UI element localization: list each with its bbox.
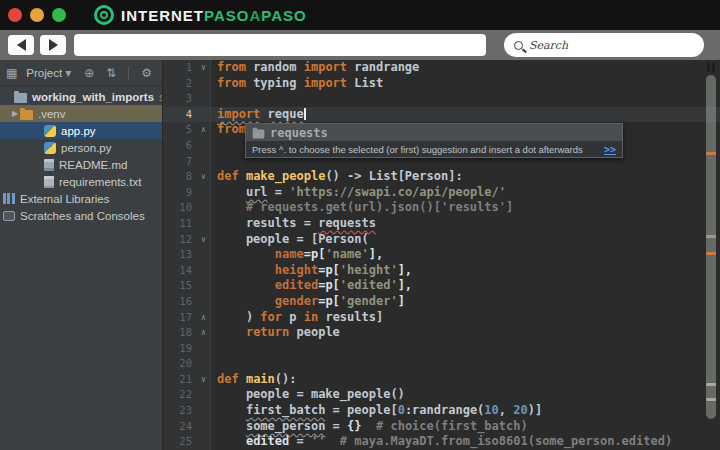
expand-arrow-icon[interactable]: ▶ (10, 109, 20, 118)
tree-item-requirements-txt[interactable]: requirements.txt (0, 173, 162, 190)
tree-item-person-py[interactable]: person.py (0, 139, 162, 156)
fold-gutter (197, 247, 211, 263)
editor-line[interactable]: 24 some_person = {} # choice(first_batch… (163, 419, 720, 435)
editor-line[interactable]: 12∨ people = [Person( (163, 232, 720, 248)
editor-line[interactable]: 11 results = requests (163, 216, 720, 232)
autocomplete-hint-bar: Press ^. to choose the selected (or firs… (246, 141, 622, 157)
tree-item-external-libraries[interactable]: External Libraries (0, 190, 162, 207)
editor-line[interactable]: 1∨from random import randrange (163, 60, 720, 76)
error-stripe-toggle-icon[interactable] (707, 63, 715, 72)
code-text: people = [Person( (211, 232, 720, 248)
fold-collapse-icon[interactable]: ∨ (197, 232, 211, 248)
fold-gutter (197, 341, 211, 357)
fold-gutter (197, 294, 211, 310)
fold-gutter (197, 107, 211, 123)
back-button[interactable] (8, 35, 34, 55)
tree-item-suffix: sou (159, 91, 162, 103)
folder-icon (14, 93, 27, 103)
lib-icon (3, 193, 15, 204)
folder-orange-icon (20, 110, 33, 120)
editor-line[interactable]: 14 height=p['height'], (163, 263, 720, 279)
tree-item-label: README.md (59, 159, 127, 171)
hint-more-link[interactable]: >> (604, 144, 616, 155)
python-icon (44, 125, 56, 137)
tree-item-working-with-imports[interactable]: working_with_importssou (0, 88, 162, 105)
code-text: people = make_people() (211, 387, 720, 403)
line-number: 8 (163, 169, 197, 185)
forward-arrow-icon (49, 39, 58, 51)
code-editor[interactable]: 1∨from random import randrange2from typi… (163, 60, 720, 450)
error-stripe-mark[interactable] (706, 152, 716, 155)
fold-expand-icon[interactable]: ∧ (197, 325, 211, 341)
close-window-button[interactable] (8, 8, 22, 22)
editor-line[interactable]: 9 url = 'https://swapi.co/api/people/' (163, 185, 720, 201)
fold-collapse-icon[interactable]: ∨ (197, 60, 211, 76)
line-number: 12 (163, 232, 197, 248)
editor-line[interactable]: 17∧ ) for p in results] (163, 310, 720, 326)
project-panel-title[interactable]: Project▾ (26, 66, 71, 80)
tree-item--venv[interactable]: ▶.venv (0, 105, 162, 122)
logo-text: INTERNETPASOAPASO (121, 7, 307, 24)
fold-gutter (197, 356, 211, 372)
forward-button[interactable] (40, 35, 66, 55)
search-field[interactable]: Search (504, 33, 704, 57)
line-number: 10 (163, 200, 197, 216)
code-text: name=p['name'], (211, 247, 720, 263)
error-stripe-mark[interactable] (706, 398, 716, 401)
fold-gutter (197, 138, 211, 154)
minimize-window-button[interactable] (30, 8, 44, 22)
editor-line[interactable]: 4import reque (163, 107, 720, 123)
editor-scrollbar[interactable] (706, 75, 716, 419)
text-caret (304, 108, 306, 120)
autocomplete-suggestion[interactable]: requests (246, 124, 622, 141)
collapse-all-icon[interactable]: ⇅ (106, 66, 116, 80)
code-text: some_person = {} # choice(first_batch) (211, 419, 720, 435)
editor-line[interactable]: 25 edited = '' # maya.MayaDT.from_iso860… (163, 434, 720, 450)
project-tool-window: ▦ Project▾ ⊕⇅⚙─ working_with_importssou▶… (0, 60, 163, 450)
tree-item-readme-md[interactable]: README.md (0, 156, 162, 173)
editor-line[interactable]: 8∨def make_people() -> List[Person]: (163, 169, 720, 185)
scratch-icon (3, 211, 15, 221)
code-text: return people (211, 325, 720, 341)
line-number: 25 (163, 434, 197, 450)
chevron-down-icon: ▾ (65, 66, 71, 80)
line-number: 4 (163, 107, 197, 123)
locate-file-icon[interactable]: ⊕ (84, 66, 94, 80)
hint-text: Press ^. to choose the selected (or firs… (252, 144, 583, 155)
editor-line[interactable]: 15 edited=p['edited'], (163, 278, 720, 294)
editor-line[interactable]: 23 first_batch = people[0:randrange(10, … (163, 403, 720, 419)
code-text: edited = '' # maya.MayaDT.from_iso8601(s… (211, 434, 720, 450)
error-stripe-mark[interactable] (706, 235, 716, 238)
editor-line[interactable]: 20 (163, 356, 720, 372)
project-header-tools: ⊕⇅⚙─ (84, 66, 163, 80)
fold-expand-icon[interactable]: ∧ (197, 310, 211, 326)
editor-line[interactable]: 2from typing import List (163, 76, 720, 92)
editor-line[interactable]: 10 # requests.get(url).json()['results'] (163, 200, 720, 216)
address-bar-input[interactable] (74, 34, 486, 56)
line-number: 14 (163, 263, 197, 279)
editor-line[interactable]: 18∧ return people (163, 325, 720, 341)
error-stripe-mark[interactable] (706, 252, 716, 255)
error-stripe-mark[interactable] (706, 383, 716, 386)
editor-line[interactable]: 22 people = make_people() (163, 387, 720, 403)
fold-collapse-icon[interactable]: ∨ (197, 372, 211, 388)
editor-line[interactable]: 3 (163, 91, 720, 107)
tree-item-app-py[interactable]: app.py (0, 122, 162, 139)
fold-gutter (197, 434, 211, 450)
tree-item-scratches-and-consoles[interactable]: Scratches and Consoles (0, 207, 162, 224)
editor-line[interactable]: 13 name=p['name'], (163, 247, 720, 263)
code-text: ) for p in results] (211, 310, 720, 326)
settings-gear-icon[interactable]: ⚙ (141, 66, 152, 80)
tree-item-label: app.py (61, 125, 96, 137)
page-icon (44, 176, 54, 188)
editor-line[interactable]: 19 (163, 341, 720, 357)
code-text: def main(): (211, 372, 720, 388)
zoom-window-button[interactable] (52, 8, 66, 22)
line-number: 16 (163, 294, 197, 310)
fold-collapse-icon[interactable]: ∨ (197, 169, 211, 185)
fold-expand-icon[interactable]: ∧ (197, 122, 211, 138)
editor-line[interactable]: 21∨def main(): (163, 372, 720, 388)
tree-item-label: Scratches and Consoles (20, 210, 145, 222)
code-text (211, 91, 720, 107)
editor-line[interactable]: 16 gender=p['gender'] (163, 294, 720, 310)
